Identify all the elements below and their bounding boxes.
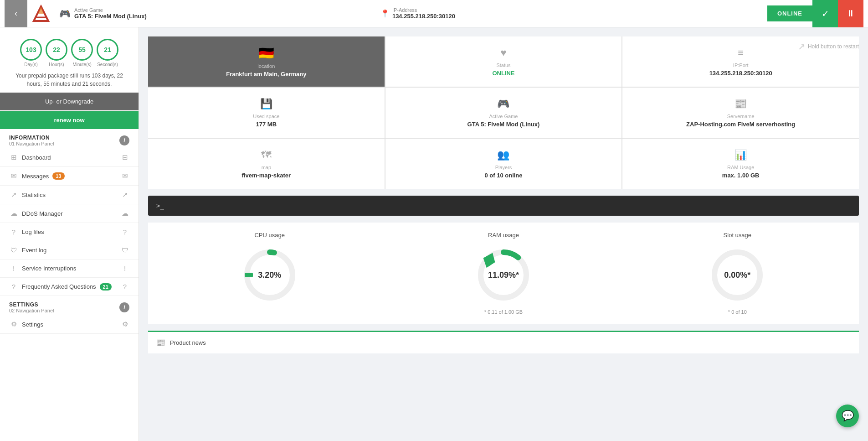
pause-button[interactable]: ⏸	[838, 0, 863, 27]
activegame-value: GTA 5: FiveM Mod (Linux)	[467, 121, 540, 128]
statistics-label: Statistics	[22, 192, 46, 198]
usage-grid: CPU usage 3.20% RAM usage	[157, 232, 850, 315]
ipport-icon: ≡	[738, 47, 744, 59]
product-news-bar[interactable]: 📰 Product news	[148, 331, 859, 353]
location-flag: 🇩🇪	[258, 46, 274, 61]
slot-usage: Slot usage 0.00%* * 0 of 10	[625, 232, 850, 315]
servername-icon: 📰	[734, 98, 747, 110]
sidebar-item-service-interruptions[interactable]: ! Service Interruptions !	[0, 259, 139, 278]
seconds-timer: 21 Second(s)	[97, 39, 118, 67]
status-label-text: Status	[496, 62, 510, 68]
slot-sub: * 0 of 10	[625, 309, 850, 315]
sidebar-item-faq[interactable]: ? Frequently Asked Questions 21 ?	[0, 278, 139, 296]
info-card-map: 🗺 map fivem-map-skater	[148, 139, 385, 189]
settings-right-icon: ⚙	[120, 320, 129, 328]
pause-icon: ⏸	[846, 8, 855, 19]
online-status-button[interactable]: ONLINE	[767, 5, 812, 21]
hours-circle: 22	[46, 39, 67, 61]
settings-info-icon: i	[119, 302, 129, 312]
terminal[interactable]: >_	[148, 196, 859, 216]
active-game-name: GTA 5: FiveM Mod (Linux)	[74, 13, 147, 20]
settings-title: SETTINGS	[9, 301, 54, 308]
ram-usage: RAM usage 11.09%* * 0.11 of 1.00 GB	[391, 232, 616, 315]
sidebar: 103 Day(s) 22 Hour(s) 55 Minute(s) 21 Se…	[0, 27, 139, 441]
hours-label: Hour(s)	[49, 62, 64, 67]
info-card-servername: 📰 Servername ZAP-Hosting.com FiveM serve…	[622, 88, 859, 138]
chat-icon: 💬	[842, 410, 854, 422]
cpu-title: CPU usage	[157, 232, 382, 239]
sidebar-item-ddos[interactable]: ☁ DDoS Manager ☁	[0, 204, 139, 223]
players-icon: 👥	[497, 149, 509, 161]
sidebar-toggle[interactable]: ‹	[5, 0, 27, 27]
minutes-timer: 55 Minute(s)	[71, 39, 93, 67]
svg-rect-5	[245, 273, 253, 277]
information-section-header: INFORMATION 01 Navigation Panel i	[0, 129, 139, 148]
sidebar-item-statistics[interactable]: ↗ Statistics ↗	[0, 186, 139, 204]
players-label: Players	[495, 165, 512, 170]
settings-section-header: SETTINGS 02 Navigation Panel i	[0, 296, 139, 315]
map-label: map	[262, 165, 271, 170]
ip-address-label: IP-Address	[392, 7, 455, 13]
statistics-right-icon: ↗	[120, 191, 129, 199]
days-timer: 103 Day(s)	[20, 39, 42, 67]
info-card-status: ♥ Status ONLINE	[385, 36, 622, 87]
ipport-label: IP:Port	[733, 62, 749, 68]
usedspace-value: 177 MB	[256, 121, 277, 128]
confirm-button[interactable]: ✓	[812, 0, 838, 27]
terminal-prompt: >_	[156, 202, 164, 209]
sidebar-item-dashboard[interactable]: ⊞ Dashboard ⊟	[0, 148, 139, 167]
ram-value: 11.09%*	[488, 270, 519, 280]
messages-label: Messages	[22, 173, 49, 180]
cpu-value: 3.20%	[258, 270, 281, 280]
cpu-usage: CPU usage 3.20%	[157, 232, 382, 315]
main-content: 🇩🇪 location Frankfurt am Main, Germany ♥…	[139, 27, 868, 441]
activegame-label: Active Game	[489, 114, 518, 119]
players-value: 0 of 10 online	[484, 172, 522, 179]
arrow-icon: ↗	[798, 41, 806, 52]
renew-button[interactable]: renew now	[0, 111, 139, 129]
location-icon: 📍	[380, 9, 390, 18]
sidebar-item-settings[interactable]: ⚙ Settings ⚙	[0, 315, 139, 334]
hold-tooltip: ↗ Hold button to restart	[798, 41, 859, 52]
faq-icon: ?	[9, 283, 18, 291]
days-label: Day(s)	[24, 62, 37, 67]
timer-description: Your prepaid package still runs 103 days…	[9, 72, 129, 88]
logfiles-icon: ?	[9, 228, 18, 236]
seconds-circle: 21	[97, 39, 118, 61]
dashboard-icon: ⊞	[9, 153, 18, 161]
minutes-label: Minute(s)	[72, 62, 92, 67]
main-layout: 103 Day(s) 22 Hour(s) 55 Minute(s) 21 Se…	[0, 27, 868, 441]
usage-section: CPU usage 3.20% RAM usage	[148, 223, 859, 324]
information-info-icon: i	[119, 135, 129, 145]
sidebar-item-eventlog[interactable]: 🛡 Event log 🛡	[0, 241, 139, 259]
logo	[27, 0, 55, 27]
updowngrade-button[interactable]: Up- or Downgrade	[0, 93, 139, 110]
slot-title: Slot usage	[625, 232, 850, 239]
info-card-location: 🇩🇪 location Frankfurt am Main, Germany	[148, 36, 385, 87]
timer-boxes: 103 Day(s) 22 Hour(s) 55 Minute(s) 21 Se…	[9, 39, 129, 67]
ipport-value: 134.255.218.250:30120	[709, 70, 772, 77]
map-value: fivem-map-skater	[242, 172, 291, 179]
servername-label: Servername	[727, 114, 755, 119]
service-interruptions-label: Service Interruptions	[22, 265, 76, 272]
hours-timer: 22 Hour(s)	[46, 39, 67, 67]
ddos-icon: ☁	[9, 209, 18, 218]
sidebar-item-logfiles[interactable]: ? Log files ?	[0, 223, 139, 241]
location-label: location	[257, 63, 275, 69]
chat-bubble-button[interactable]: 💬	[836, 405, 859, 427]
ram-donut: 11.09%*	[474, 245, 533, 305]
info-cards-grid: 🇩🇪 location Frankfurt am Main, Germany ♥…	[148, 36, 859, 189]
ram-sub: * 0.11 of 1.00 GB	[391, 309, 616, 315]
messages-icon: ✉	[9, 172, 18, 180]
days-circle: 103	[20, 39, 42, 61]
status-value: ONLINE	[492, 70, 514, 77]
ip-address-value: 134.255.218.250:30120	[392, 13, 455, 20]
information-subtitle: 01 Navigation Panel	[9, 141, 54, 146]
logfiles-right-icon: ?	[120, 228, 129, 236]
settings-icon: ⚙	[9, 320, 18, 328]
ramusage-value: max. 1.00 GB	[722, 172, 760, 179]
timer-section: 103 Day(s) 22 Hour(s) 55 Minute(s) 21 Se…	[0, 32, 139, 93]
sidebar-item-messages[interactable]: ✉ Messages 13 ✉	[0, 167, 139, 186]
statistics-icon: ↗	[9, 191, 18, 199]
slot-value: 0.00%*	[724, 270, 750, 280]
